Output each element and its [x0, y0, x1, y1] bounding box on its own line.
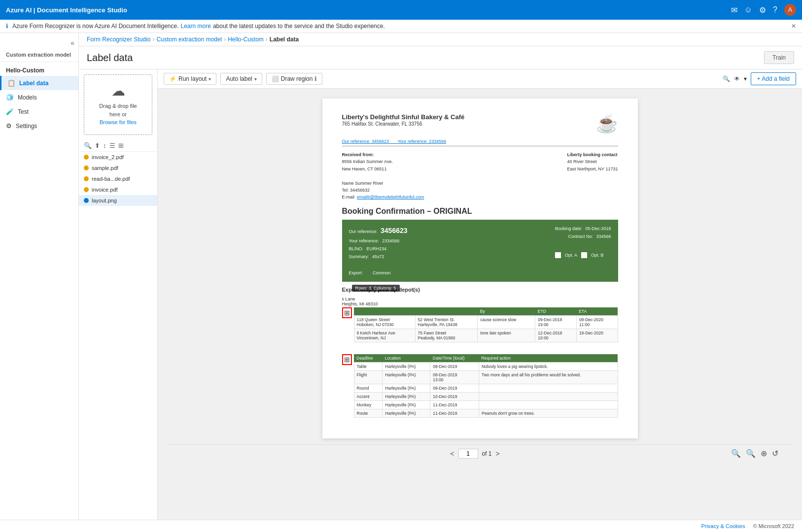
sidebar-item-test[interactable]: 🧪 Test: [0, 104, 78, 119]
our-ref: Our reference: 3456623: [342, 139, 389, 144]
breadcrumb-sep-2: ›: [224, 36, 226, 43]
sidebar-item-models[interactable]: 🧊 Models: [0, 90, 78, 104]
green-box-inner: Our reference: 3456623 Your reference: 2…: [349, 225, 611, 277]
t2-r6-c4: Peanuts don't grow on trees.: [479, 409, 618, 417]
your-ref-label-gb: Your reference:: [349, 238, 379, 243]
footer: Privacy & Cookies © Microsoft 2022: [0, 520, 802, 532]
file-sort-icon[interactable]: ⬆: [95, 142, 100, 149]
file-dot-invoice2: [84, 155, 89, 160]
table-row: Accent Harleysville (PA) 10-Dec-2019: [354, 392, 618, 400]
prev-page-btn[interactable]: <: [450, 450, 454, 458]
mail-icon[interactable]: ✉: [731, 5, 737, 15]
test-icon: 🧪: [6, 108, 14, 115]
file-panel: ☁ Drag & drop file here or Browse for fi…: [79, 69, 158, 530]
zoom-fit-icon[interactable]: ⊕: [761, 449, 767, 458]
main-layout: « Custom extraction model Hello-Custom 📋…: [0, 33, 802, 530]
run-layout-btn[interactable]: ⚡ Run layout ▾: [164, 73, 216, 85]
breadcrumb-sep-1: ›: [152, 36, 154, 43]
notification-bar: ℹ Azure Form Recognizer is now Azure AI …: [0, 20, 802, 33]
table-row: 118 Queen StreetHoboken, NJ 07030 52 Wes…: [354, 315, 618, 329]
settings-nav-icon: ⚙: [6, 122, 12, 130]
zoom-reset-icon[interactable]: ↺: [772, 449, 778, 458]
search-icon[interactable]: 🔍: [723, 75, 730, 82]
train-button[interactable]: Train: [764, 51, 794, 64]
file-item-sample[interactable]: sample.pdf: [79, 163, 157, 173]
sidebar-item-label-data[interactable]: 📋 Label data: [0, 76, 78, 90]
learn-more-link[interactable]: Learn more: [181, 23, 211, 30]
summary-val-gb: 45x72: [372, 254, 384, 259]
opt-a-label: Opt. A: [565, 251, 577, 259]
company-name: Liberty's Delightful Sinful Bakery & Caf…: [342, 113, 465, 121]
upload-area[interactable]: ☁ Drag & drop file here or Browse for fi…: [84, 74, 152, 135]
add-field-btn[interactable]: + Add a field: [751, 72, 796, 85]
t2-r5-c2: Harleysville (PA): [383, 400, 430, 409]
auto-label-chevron[interactable]: ▾: [254, 76, 257, 82]
checkbox-row: Opt. A Opt. B: [555, 251, 611, 259]
addresses: Received from: 8556 Indian Summer Ave. N…: [342, 151, 618, 201]
t2-r3-c2: Harleysville (PA): [383, 384, 430, 392]
file-search-icon[interactable]: 🔍: [84, 142, 92, 149]
file-name-readba: read-ba...de.pdf: [92, 176, 130, 182]
file-name-invoice: invoice.pdf: [92, 187, 118, 193]
copyright: © Microsoft 2022: [753, 523, 794, 529]
booking-date-label: Booking date:: [555, 226, 582, 231]
email-link[interactable]: email6@libertydelightfulsinful.com: [357, 195, 424, 200]
received-from-block: Received from: 8556 Indian Summer Ave. N…: [342, 151, 424, 201]
table1: By ETD ETA 118 Queen StreetHoboken, NJ 0…: [354, 307, 618, 342]
run-layout-chevron[interactable]: ▾: [209, 76, 211, 82]
zoom-out-icon[interactable]: 🔍: [731, 449, 741, 458]
file-name-invoice2: invoice_2.pdf: [92, 154, 124, 160]
booking-date-val: 05-Dec-2018: [585, 226, 611, 231]
next-page-btn[interactable]: >: [496, 450, 500, 458]
breadcrumb-hello-custom[interactable]: Hello-Custom: [228, 36, 264, 43]
browse-files-link[interactable]: Browse for files: [100, 119, 137, 125]
sidebar-collapse-btn[interactable]: «: [0, 37, 78, 49]
avatar[interactable]: A: [784, 4, 796, 16]
file-list: invoice_2.pdf sample.pdf read-ba...de.pd…: [79, 152, 157, 530]
contract-no-label: Contract No:: [568, 234, 593, 239]
t2-r3-c1: Round: [354, 384, 383, 392]
emoji-icon[interactable]: ☺: [744, 5, 752, 14]
zoom-in-icon[interactable]: 🔍: [746, 449, 756, 458]
file-item-layout[interactable]: layout.png: [79, 195, 157, 206]
table-row: 9 Ketch Harbour AveVincentown, NJ 75 Faw…: [354, 329, 618, 342]
draw-region-btn[interactable]: ⬜ Draw region ℹ: [266, 73, 323, 85]
doc-toolbar: ⚡ Run layout ▾ Auto label ▾ ⬜ Draw regio…: [158, 69, 802, 89]
file-item-invoice[interactable]: invoice.pdf: [79, 184, 157, 195]
opt-b-checkbox[interactable]: [581, 252, 587, 258]
breadcrumb-form-recognizer[interactable]: Form Recognizer Studio: [87, 36, 150, 43]
file-grid-icon[interactable]: ⊞: [118, 142, 124, 149]
table2: Deadline Location Date/Time (local) Requ…: [354, 354, 618, 418]
table1-icon-btn[interactable]: ⊞: [342, 307, 352, 318]
drag-drop-text: Drag & drop file: [99, 103, 137, 109]
file-filter-icon[interactable]: ↕: [103, 142, 106, 149]
top-bar: Azure AI | Document Intelligence Studio …: [0, 0, 802, 20]
sidebar-item-settings[interactable]: ⚙ Settings: [0, 119, 78, 133]
auto-label-btn[interactable]: Auto label ▾: [220, 73, 262, 85]
privacy-link[interactable]: Privacy & Cookies: [701, 523, 745, 529]
file-item-invoice2[interactable]: invoice_2.pdf: [79, 152, 157, 163]
breadcrumb-custom-extraction[interactable]: Custom extraction model: [156, 36, 222, 43]
table1-header-by: By: [478, 307, 535, 316]
file-item-readba[interactable]: read-ba...de.pdf: [79, 173, 157, 184]
table2-icon-btn[interactable]: ⊞: [342, 354, 352, 365]
help-icon[interactable]: ?: [773, 5, 777, 14]
settings-icon[interactable]: ⚙: [759, 5, 766, 15]
t1-r2-c3: tone late spoken: [478, 329, 535, 342]
eye-chevron[interactable]: ▾: [744, 75, 747, 82]
liberty-addr1: 40 River Street: [567, 159, 597, 164]
t2-r2-c2: Harleysville (PA): [383, 370, 430, 384]
file-list-icon[interactable]: ☰: [109, 142, 115, 149]
liberty-contact: Liberty booking contact: [567, 151, 618, 158]
close-notification-btn[interactable]: ✕: [791, 23, 796, 30]
eye-icon[interactable]: 👁: [734, 75, 740, 82]
collapse-icon[interactable]: «: [70, 39, 74, 47]
file-name-layout: layout.png: [92, 198, 117, 203]
page-number-input[interactable]: 1: [458, 449, 478, 459]
notif-text: Azure Form Recognizer is now Azure AI Do…: [12, 23, 179, 30]
upload-text: Drag & drop file here or Browse for file…: [88, 102, 148, 127]
coffee-icon: ☕: [596, 113, 618, 134]
company-address: 765 Halifax St. Clearwater, FL 33756: [342, 121, 465, 128]
opt-a-checkbox[interactable]: [555, 252, 561, 258]
t2-r6-c2: Harleysville (PA): [383, 409, 430, 417]
